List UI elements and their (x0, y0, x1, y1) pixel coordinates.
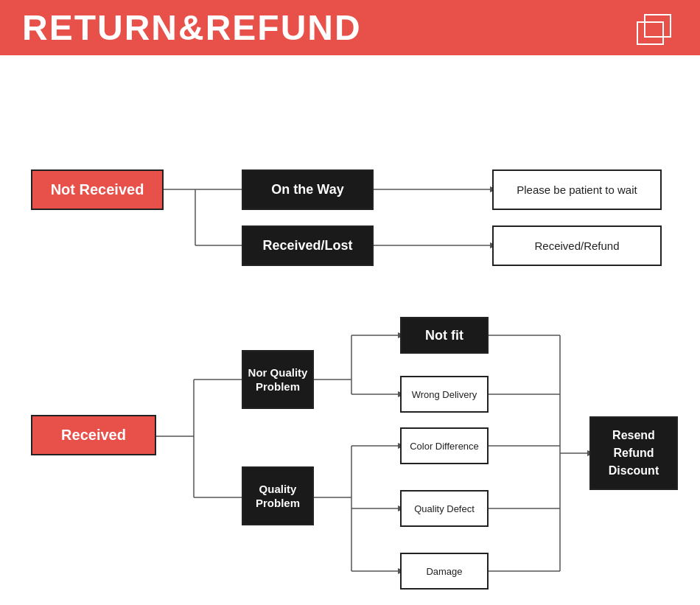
received-refund-box: Received/Refund (492, 225, 662, 266)
svg-rect-1 (637, 22, 663, 44)
wrong-delivery-box: Wrong Delivery (400, 376, 489, 413)
color-difference-box: Color Difference (400, 427, 489, 464)
resend-refund-box: Resend Refund Discount (589, 416, 678, 490)
damage-box: Damage (400, 553, 489, 590)
header: RETURN&REFUND (0, 0, 700, 55)
received-lost-box: Received/Lost (242, 225, 374, 266)
diagram-content: Not Received On the Way Please be patien… (0, 55, 700, 605)
nor-quality-box: Nor Quality Problem (242, 350, 314, 409)
decoration-icon (634, 11, 678, 48)
received-box: Received (31, 415, 156, 455)
please-wait-box: Please be patient to wait (492, 169, 662, 210)
not-fit-box: Not fit (400, 317, 489, 354)
quality-problem-box: Quality Problem (242, 466, 314, 525)
page-title: RETURN&REFUND (22, 7, 362, 48)
connector-lines (0, 55, 700, 605)
quality-defect-box: Quality Defect (400, 490, 489, 527)
svg-rect-0 (645, 15, 671, 37)
on-the-way-box: On the Way (242, 169, 374, 210)
not-received-box: Not Received (31, 169, 164, 210)
